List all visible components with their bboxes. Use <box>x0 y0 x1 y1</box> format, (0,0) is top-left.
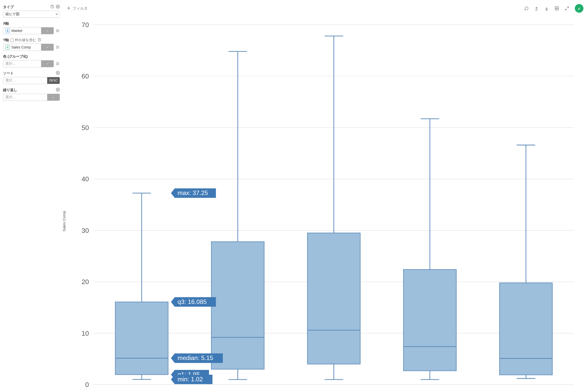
svg-point-1 <box>52 7 52 8</box>
outlier-checkbox[interactable] <box>10 39 14 42</box>
gear-icon[interactable] <box>56 88 60 92</box>
svg-text:50: 50 <box>82 124 89 132</box>
help-icon[interactable] <box>38 38 41 42</box>
repeat-dash-button[interactable]: - <box>47 94 60 101</box>
top-toolbar: フィルタ <box>63 4 583 13</box>
repeat-field: 繰り返し 選択... - <box>3 88 60 101</box>
color-label: 色 (グループ化) <box>3 54 28 59</box>
svg-text:q3: 16.085: q3: 16.085 <box>178 298 207 305</box>
svg-rect-28 <box>115 302 168 374</box>
outlier-label: 外れ値を含む <box>15 38 36 42</box>
svg-point-5 <box>57 72 58 73</box>
repeat-label: 繰り返し <box>3 88 17 92</box>
pin-button[interactable] <box>575 4 583 13</box>
svg-point-4 <box>39 40 40 41</box>
svg-point-6 <box>57 89 58 90</box>
svg-text:0: 0 <box>85 381 89 388</box>
y-axis-dash-button[interactable]: - <box>41 44 54 51</box>
y-axis-title: Sales Comp <box>62 211 66 232</box>
svg-text:20: 20 <box>82 278 89 286</box>
x-axis-select[interactable]: A Market <box>3 27 41 34</box>
comment-icon[interactable] <box>524 6 529 11</box>
help-icon[interactable] <box>50 5 54 9</box>
gear-icon[interactable] <box>56 5 60 9</box>
config-sidebar: タイプ 箱ヒゲ図 X軸 <box>0 0 63 392</box>
drag-handle-icon[interactable] <box>55 44 60 51</box>
x-axis-value: Market <box>11 29 22 33</box>
y-axis-label: Y軸 <box>3 38 9 42</box>
color-dash-button[interactable]: - <box>41 60 54 67</box>
outlier-checkbox-row[interactable]: 外れ値を含む <box>10 38 36 42</box>
sort-field: ソート 選択... DESC <box>3 71 60 84</box>
svg-rect-34 <box>211 242 264 369</box>
plus-icon <box>67 6 71 11</box>
repeat-select[interactable]: 選択... <box>3 94 47 101</box>
type-field: タイプ 箱ヒゲ図 <box>3 5 60 18</box>
grid-icon[interactable] <box>555 6 559 11</box>
svg-text:30: 30 <box>82 227 89 234</box>
x-axis-dash-button[interactable]: - <box>41 27 54 34</box>
svg-text:40: 40 <box>82 175 89 183</box>
expand-icon[interactable] <box>565 6 569 11</box>
svg-text:median: 5.15: median: 5.15 <box>178 354 213 361</box>
svg-text:60: 60 <box>82 72 89 80</box>
measure-icon: # <box>5 45 10 50</box>
drag-handle-icon[interactable] <box>55 60 60 67</box>
caret-down-icon <box>56 12 58 16</box>
svg-rect-52 <box>499 283 552 375</box>
sort-select[interactable]: 選択... <box>3 77 47 84</box>
sort-order-button[interactable]: DESC <box>47 77 60 84</box>
y-axis-select[interactable]: # Sales Comp <box>3 44 41 51</box>
y-axis-field: Y軸 外れ値を含む # Sales Comp - <box>3 38 60 51</box>
color-select[interactable]: 選択... <box>3 60 41 67</box>
filter-label: フィルタ <box>73 6 88 11</box>
drag-handle-icon[interactable] <box>55 27 60 34</box>
download-icon[interactable] <box>544 6 549 11</box>
color-field: 色 (グループ化) 選択... - <box>3 54 60 67</box>
svg-rect-46 <box>404 269 456 371</box>
svg-text:10: 10 <box>82 330 89 337</box>
sort-label: ソート <box>3 71 14 76</box>
x-axis-label: X軸 <box>3 21 9 26</box>
svg-rect-40 <box>307 233 360 364</box>
upload-icon[interactable] <box>534 6 539 11</box>
dimension-icon: A <box>5 28 10 33</box>
type-value: 箱ヒゲ図 <box>5 12 20 17</box>
svg-text:min: 1.02: min: 1.02 <box>178 376 203 383</box>
svg-text:max: 37.25: max: 37.25 <box>178 189 208 196</box>
sort-value: 選択... <box>5 78 15 83</box>
x-axis-field: X軸 A Market - <box>3 21 60 34</box>
boxplot-chart: 010203040506070AfricaAsia PacificEuropeL… <box>63 15 583 392</box>
type-label: タイプ <box>3 5 14 9</box>
svg-text:70: 70 <box>82 21 89 29</box>
add-filter-button[interactable]: フィルタ <box>63 6 88 11</box>
color-value: 選択... <box>5 61 15 66</box>
gear-icon[interactable] <box>56 71 60 76</box>
repeat-value: 選択... <box>5 95 15 100</box>
y-axis-value: Sales Comp <box>11 45 31 49</box>
type-select[interactable]: 箱ヒゲ図 <box>3 11 60 18</box>
svg-point-2 <box>57 6 58 7</box>
